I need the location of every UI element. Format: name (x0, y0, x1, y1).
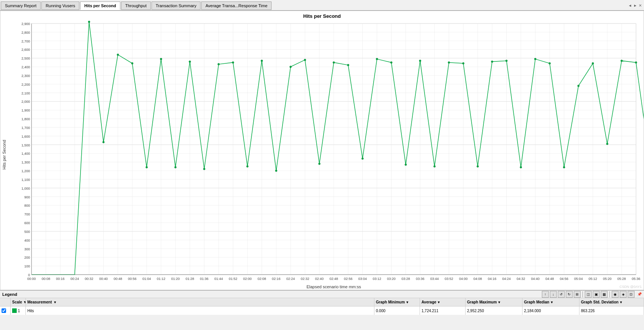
svg-text:03:44: 03:44 (430, 277, 439, 281)
svg-text:00:40: 00:40 (99, 277, 108, 281)
tabs-bar: Summary Report Running Vusers Hits per S… (0, 0, 644, 11)
legend-col-avg[interactable]: Average ▼ (420, 298, 466, 306)
legend-cell-measurement: Hits (26, 306, 374, 315)
svg-text:400: 400 (24, 239, 30, 242)
legend-tool-btn-8[interactable]: ▦ (601, 291, 608, 298)
legend-col-median[interactable]: Graph Median ▼ (522, 298, 579, 306)
legend-cell-max: 2,952.250 (466, 306, 522, 315)
svg-text:01:12: 01:12 (157, 277, 166, 281)
svg-point-166 (347, 64, 349, 66)
svg-text:05:20: 05:20 (603, 277, 612, 281)
legend-tool-btn-3[interactable]: ↺ (558, 291, 565, 298)
svg-text:04:40: 04:40 (531, 277, 540, 281)
y-axis-label: Hits per Second (0, 20, 8, 290)
svg-point-162 (290, 66, 292, 68)
pin-icon[interactable]: 📌 (637, 292, 642, 296)
svg-point-150 (117, 54, 119, 56)
svg-text:05:28: 05:28 (617, 277, 626, 281)
next-tab-icon[interactable]: ► (633, 3, 637, 8)
legend-tool-btn-7[interactable]: ▣ (593, 291, 600, 298)
legend-tool-btn-4[interactable]: ↻ (566, 291, 573, 298)
svg-text:200: 200 (24, 256, 30, 259)
svg-point-167 (361, 158, 363, 160)
svg-text:04:48: 04:48 (545, 277, 554, 281)
svg-point-157 (218, 63, 219, 65)
svg-text:05:36: 05:36 (632, 277, 641, 281)
svg-point-155 (189, 61, 191, 63)
close-tab-icon[interactable]: ✕ (639, 3, 642, 8)
legend-cell-min: 0.000 (374, 306, 420, 315)
svg-text:02:00: 02:00 (243, 277, 252, 281)
svg-point-186 (635, 61, 637, 63)
svg-text:03:20: 03:20 (387, 277, 396, 281)
svg-text:1,000: 1,000 (21, 187, 30, 190)
svg-point-149 (103, 141, 104, 143)
legend-tool-btn-1[interactable]: ↑ (542, 291, 549, 298)
svg-text:1,600: 1,600 (21, 135, 30, 138)
svg-text:04:16: 04:16 (488, 277, 497, 281)
svg-text:1,300: 1,300 (21, 160, 30, 164)
legend-tool-btn-11[interactable]: ⊡ (628, 291, 635, 298)
svg-text:02:32: 02:32 (301, 277, 309, 281)
legend-title: Legend (2, 292, 17, 297)
legend-col-min[interactable]: Graph Minimum ▼ (374, 298, 420, 306)
svg-text:02:48: 02:48 (330, 277, 338, 281)
svg-point-168 (376, 58, 378, 60)
svg-text:2,300: 2,300 (21, 74, 30, 78)
svg-text:2,600: 2,600 (21, 48, 30, 52)
svg-point-177 (505, 60, 507, 62)
svg-point-174 (462, 63, 464, 64)
svg-point-171 (419, 60, 421, 62)
svg-text:01:52: 01:52 (229, 277, 237, 281)
svg-text:600: 600 (24, 221, 30, 225)
legend-toolbar: ↑ ↓ ↺ ↻ ⊞ ◫ ▣ ▦ ◉ ◈ ⊡ (542, 291, 635, 298)
tab-running-vusers[interactable]: Running Vusers (41, 2, 79, 10)
svg-text:04:56: 04:56 (560, 277, 568, 281)
svg-text:2,800: 2,800 (21, 31, 30, 35)
legend-cell-cb[interactable] (0, 306, 11, 315)
series-color-swatch (12, 308, 17, 313)
svg-point-165 (333, 61, 335, 63)
svg-text:03:28: 03:28 (401, 277, 410, 281)
svg-text:01:04: 01:04 (142, 277, 151, 281)
tab-avg-response-time[interactable]: Average Transa...Response Time (201, 2, 271, 10)
legend-checkbox[interactable] (2, 308, 6, 313)
legend-tool-btn-10[interactable]: ◈ (620, 291, 627, 298)
svg-text:03:36: 03:36 (416, 277, 425, 281)
legend-col-max[interactable]: Graph Maximum ▼ (466, 298, 522, 306)
svg-text:2,900: 2,900 (21, 22, 30, 26)
chart-area[interactable]: 01002003004005006007008009001,0001,1001,… (8, 20, 644, 290)
svg-point-178 (520, 166, 522, 168)
svg-text:00:48: 00:48 (114, 277, 122, 281)
legend-tool-btn-2[interactable]: ↓ (550, 291, 557, 298)
legend-data-row: 1 Hits 0.000 1,724.211 2,952.250 2,184.0… (0, 306, 644, 315)
svg-text:CSDN @0AY1: CSDN @0AY1 (620, 285, 642, 289)
prev-tab-icon[interactable]: ◄ (628, 3, 632, 8)
svg-text:2,700: 2,700 (21, 39, 30, 43)
tab-transaction-summary[interactable]: Transaction Summary (152, 2, 200, 10)
legend-header: Legend ↑ ↓ ↺ ↻ ⊞ ◫ ▣ ▦ ◉ ◈ ⊡ 📌 (0, 291, 644, 298)
tab-summary-report[interactable]: Summary Report (1, 2, 41, 10)
legend-tool-btn-5[interactable]: ⊞ (574, 291, 581, 298)
svg-text:02:40: 02:40 (315, 277, 324, 281)
legend-col-std[interactable]: Graph Std. Deviation ▼ (579, 298, 644, 306)
svg-point-181 (563, 166, 565, 168)
svg-point-173 (448, 61, 450, 63)
svg-text:04:08: 04:08 (474, 277, 482, 281)
svg-text:03:52: 03:52 (445, 277, 453, 281)
svg-text:04:00: 04:00 (459, 277, 468, 281)
svg-text:2,500: 2,500 (21, 57, 30, 60)
separator-1 (582, 291, 583, 297)
svg-text:03:04: 03:04 (358, 277, 367, 281)
svg-text:100: 100 (24, 264, 30, 268)
legend-tool-btn-6[interactable]: ◫ (585, 291, 592, 298)
svg-point-161 (275, 170, 277, 172)
tab-hits-per-second[interactable]: Hits per Second (80, 2, 120, 10)
legend-tool-btn-9[interactable]: ◉ (612, 291, 619, 298)
svg-text:01:36: 01:36 (200, 277, 209, 281)
svg-text:01:44: 01:44 (214, 277, 223, 281)
legend-col-scale[interactable]: Scale ▼ (11, 298, 26, 306)
tab-throughput[interactable]: Throughput (121, 2, 151, 10)
legend-cell-median: 2,184.000 (522, 306, 579, 315)
svg-text:05:12: 05:12 (589, 277, 597, 281)
